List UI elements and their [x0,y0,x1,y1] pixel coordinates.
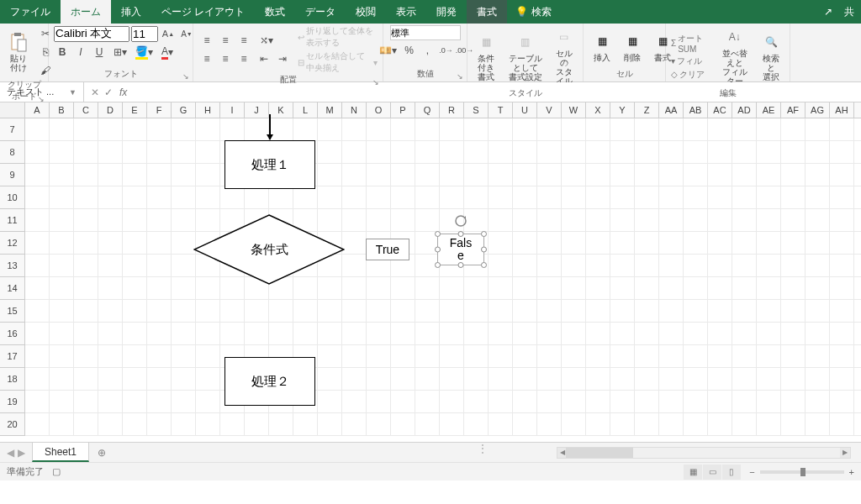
cell[interactable] [659,209,684,232]
tell-me-search[interactable]: 💡 検索 [507,0,560,24]
column-header[interactable]: AH [830,102,854,118]
cell[interactable] [781,141,806,164]
cell[interactable] [464,118,489,141]
cell[interactable] [732,300,757,323]
cell[interactable] [659,345,684,368]
number-launcher[interactable]: ↘ [457,72,463,81]
share-button[interactable]: ↗ [824,6,832,18]
cell[interactable] [513,300,537,323]
cell[interactable] [98,141,123,164]
cell[interactable] [635,164,659,186]
cell[interactable] [854,209,861,232]
cell[interactable] [513,323,537,345]
cell[interactable] [513,186,537,209]
cell[interactable] [464,209,489,232]
cell[interactable] [464,345,489,368]
cell[interactable] [123,368,147,391]
cell[interactable] [610,323,635,345]
cell[interactable] [123,413,147,436]
cell[interactable] [757,164,781,186]
tab-review[interactable]: 校閲 [346,0,386,24]
align-top-button[interactable]: ≡ [198,32,215,49]
cell[interactable] [757,186,781,209]
cell[interactable] [342,277,367,300]
cell[interactable] [318,141,342,164]
cell[interactable] [684,277,708,300]
cell[interactable] [318,368,342,391]
cell[interactable] [489,391,513,413]
column-header[interactable]: L [293,102,318,118]
column-header[interactable]: C [74,102,98,118]
cell[interactable] [489,300,513,323]
wrap-text-button[interactable]: ↩折り返して全体を表示する [298,25,378,49]
autosum-button[interactable]: Σオート SUM [671,33,712,54]
cell[interactable] [781,164,806,186]
cell[interactable] [757,391,781,413]
cell[interactable] [562,391,586,413]
cell[interactable] [123,186,147,209]
cell[interactable] [25,209,50,232]
cell[interactable] [464,141,489,164]
cell[interactable] [220,323,245,345]
column-header[interactable]: F [147,102,172,118]
insert-cells-button[interactable]: ▦挿入 [589,29,615,64]
cell[interactable] [464,300,489,323]
cell[interactable] [415,164,440,186]
cell[interactable] [391,368,415,391]
clear-button[interactable]: ◇クリア [671,69,712,81]
cell[interactable] [586,164,610,186]
cell[interactable] [342,232,367,255]
cell[interactable] [537,323,562,345]
cell[interactable] [147,255,172,277]
zoom-in-button[interactable]: + [849,467,854,477]
cell[interactable] [562,300,586,323]
merge-center-button[interactable]: ⊟セルを結合して中央揃え▾ [298,50,378,74]
cell[interactable] [98,345,123,368]
cell[interactable] [562,118,586,141]
column-header[interactable]: O [367,102,391,118]
cell[interactable] [50,118,74,141]
cell[interactable] [245,118,269,141]
cell[interactable] [318,209,342,232]
cell[interactable] [342,413,367,436]
cell[interactable] [610,345,635,368]
cell[interactable] [659,255,684,277]
format-as-table-button[interactable]: ▥テーブルとして 書式設定 [504,30,547,83]
cell[interactable] [513,413,537,436]
cell[interactable] [635,186,659,209]
cell[interactable] [293,209,318,232]
cell[interactable] [50,323,74,345]
cell[interactable] [245,345,269,368]
sheet-tab-1[interactable]: Sheet1 [32,443,89,462]
cell[interactable] [293,186,318,209]
cell[interactable] [196,118,220,141]
cell[interactable] [513,209,537,232]
cell[interactable] [562,255,586,277]
sheet-nav-prev[interactable]: ◀ [7,447,14,459]
cell[interactable] [659,391,684,413]
cell[interactable] [464,413,489,436]
cell[interactable] [74,209,98,232]
cell[interactable] [659,232,684,255]
cell[interactable] [440,413,464,436]
font-launcher[interactable]: ↘ [182,72,189,81]
row-header[interactable]: 10 [0,186,25,209]
cell[interactable] [732,277,757,300]
cell[interactable] [830,141,854,164]
zoom-slider[interactable] [760,470,844,474]
cell[interactable] [25,277,50,300]
cell[interactable] [781,186,806,209]
cell[interactable] [342,209,367,232]
cell[interactable] [50,300,74,323]
column-header[interactable]: I [220,102,245,118]
cell[interactable] [635,345,659,368]
cell[interactable] [245,368,269,391]
cell[interactable] [586,345,610,368]
cell[interactable] [293,232,318,255]
font-name-select[interactable] [54,26,129,42]
cell[interactable] [74,141,98,164]
font-size-select[interactable] [131,26,158,42]
column-header[interactable]: X [586,102,610,118]
cell[interactable] [537,277,562,300]
cell[interactable] [708,141,732,164]
